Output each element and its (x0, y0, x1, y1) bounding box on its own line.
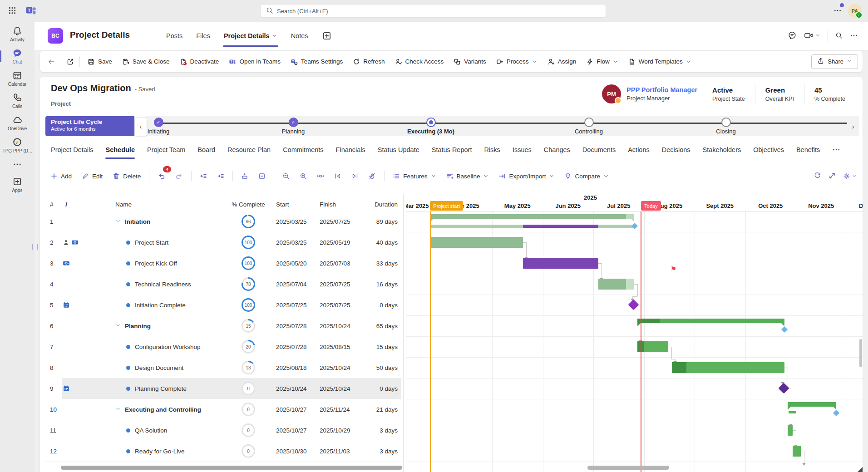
gantt-settings-button[interactable] (843, 172, 857, 180)
task-row-8[interactable]: 8Design Document132025/08/182025/10/2450… (44, 357, 401, 379)
previous-timespan-button[interactable] (330, 169, 345, 183)
stage-controlling[interactable]: Controlling (539, 118, 639, 135)
command-flow[interactable]: Flow (581, 54, 623, 69)
channel-search-icon[interactable] (835, 32, 843, 40)
manager-name-link[interactable]: PPP Portfolio Manager (626, 86, 697, 93)
rail-item-calls[interactable]: Calls (0, 88, 35, 111)
edit-task-button[interactable]: Edit (78, 169, 107, 183)
summary-bar-6[interactable] (637, 319, 784, 326)
command-refresh[interactable]: Refresh (348, 54, 390, 69)
expand-chevron[interactable] (115, 406, 121, 413)
meet-button[interactable] (804, 31, 820, 41)
grid-horizontal-scrollbar[interactable] (61, 466, 402, 470)
pane-splitter-grip[interactable]: ❘❘ (30, 243, 40, 250)
channel-more-icon[interactable] (850, 31, 858, 41)
command-save[interactable]: Save (83, 54, 117, 69)
command-process[interactable]: Process (491, 54, 542, 69)
chat-bubble-icon[interactable] (788, 31, 797, 41)
tab-commitments[interactable]: Commitments (283, 140, 323, 160)
channel-tab-notes[interactable]: Notes (291, 22, 308, 50)
command-deactivate[interactable]: Deactivate (175, 54, 224, 69)
task-row-12[interactable]: 12Ready for Go-Live02025/10/302025/11/03… (44, 441, 401, 462)
task-bar-8[interactable] (672, 362, 784, 373)
redo-button[interactable] (171, 169, 187, 183)
refresh-schedule-button[interactable] (814, 172, 821, 181)
next-timespan-button[interactable] (347, 169, 363, 183)
tab-stakeholders[interactable]: Stakeholders (703, 140, 741, 160)
tab-objectives[interactable]: Objectives (753, 140, 784, 160)
rail-item-calendar[interactable]: Calendar (0, 66, 35, 88)
task-row-1[interactable]: 1Initiation962025/03/252025/07/2589 days (44, 211, 401, 232)
task-bar-4[interactable] (598, 279, 634, 290)
tab-risks[interactable]: Risks (484, 140, 500, 160)
command-save-close[interactable]: Save & Close (117, 54, 175, 69)
tab-issues[interactable]: Issues (513, 140, 532, 160)
teams-logo-icon[interactable]: T (25, 5, 37, 18)
task-row-4[interactable]: 4Technical Readiness782025/07/042025/07/… (44, 274, 401, 295)
task-row-10[interactable]: 10Executing and Controlling02025/10/2720… (44, 399, 401, 420)
zoom-out-button[interactable] (278, 169, 294, 183)
command-assign[interactable]: Assign (542, 54, 582, 69)
tab-decisions[interactable]: Decisions (662, 140, 690, 160)
undo-button[interactable]: 4 (153, 169, 169, 183)
task-row-3[interactable]: 3Project Kick Off1002025/05/202025/07/03… (44, 253, 401, 274)
add-tab-button[interactable] (322, 22, 332, 50)
tab-schedule[interactable]: Schedule (105, 140, 134, 160)
command-variants[interactable]: Variants (449, 54, 491, 69)
task-row-7[interactable]: 7Configuration Workshop202025/07/282025/… (44, 336, 401, 358)
command-check-access[interactable]: Check Access (390, 54, 449, 69)
tab-overflow-button[interactable] (832, 140, 840, 160)
stage-initiating[interactable]: ✓Initiating (108, 118, 208, 135)
rail-item-more[interactable] (0, 155, 35, 172)
outdent-button[interactable] (196, 169, 211, 183)
summary-bar-1[interactable] (430, 214, 634, 222)
rail-item-tpg-ppp-d-[interactable]: rTPG PPP (D... (0, 133, 35, 155)
search-input[interactable]: Search (Ctrl+Alt+E) (260, 4, 606, 18)
milestone-diamond-9[interactable] (778, 383, 789, 393)
rail-item-activity[interactable]: Activity (0, 22, 35, 44)
command-open-in-teams[interactable]: TOpen in Teams (224, 54, 286, 69)
tab-project-team[interactable]: Project Team (147, 140, 185, 160)
command-teams-settings[interactable]: TTeams Settings (286, 54, 348, 69)
task-row-2[interactable]: 2Project Start1002025/03/252025/05/1940 … (44, 232, 401, 253)
menu-baseline[interactable]: Baseline (442, 169, 493, 183)
tab-documents[interactable]: Documents (582, 140, 616, 160)
share-button[interactable]: Share (811, 54, 858, 69)
task-row-6[interactable]: 6Planning152025/07/282025/10/2465 days (44, 315, 401, 337)
manager-avatar[interactable]: PM (602, 84, 621, 103)
tab-board[interactable]: Board (197, 140, 215, 160)
tab-financials[interactable]: Financials (336, 140, 365, 160)
tab-actions[interactable]: Actions (628, 140, 650, 160)
summary-bar-10[interactable] (788, 402, 836, 410)
task-bar-11[interactable] (788, 425, 793, 436)
task-row-11[interactable]: 11QA Solution02025/10/272025/10/293 days (44, 420, 401, 441)
tab-status-update[interactable]: Status Update (378, 140, 419, 160)
task-row-5[interactable]: 5Initiation Complete1002025/07/252025/07… (44, 295, 401, 316)
milestone-diamond-5[interactable] (628, 299, 639, 310)
waffle-menu-icon[interactable] (8, 6, 16, 16)
tab-status-report[interactable]: Status Report (432, 140, 472, 160)
delete-task-button[interactable]: Delete (108, 169, 145, 183)
rail-item-onedrive[interactable]: OneDrive (0, 111, 35, 133)
grid-gantt-divider[interactable] (403, 194, 404, 472)
user-avatar[interactable]: PA ✓ (848, 4, 862, 18)
channel-tab-files[interactable]: Files (196, 22, 210, 50)
gantt-vertical-scrollbar[interactable] (859, 339, 862, 367)
expand-chevron[interactable] (115, 323, 121, 329)
task-bar-7[interactable] (637, 341, 668, 352)
topbar-more-button[interactable] (833, 6, 842, 16)
channel-tab-project-details[interactable]: Project Details (224, 22, 277, 50)
process-next-button[interactable]: › (849, 121, 857, 132)
tab-benefits[interactable]: Benefits (796, 140, 820, 160)
zoom-in-button[interactable] (296, 169, 311, 183)
task-bar-3[interactable] (523, 258, 598, 269)
disable-pan-button[interactable] (365, 169, 380, 183)
task-bar-12[interactable] (793, 446, 801, 457)
channel-tab-posts[interactable]: Posts (166, 22, 182, 50)
gantt-horizontal-scrollbar[interactable] (587, 466, 669, 470)
insert-row-button[interactable] (237, 169, 252, 183)
add-task-button[interactable]: Add (46, 169, 76, 183)
stage-executing-mo-[interactable]: Executing (3 Mo) (381, 118, 481, 135)
fullscreen-button[interactable] (829, 172, 836, 181)
indent-button[interactable] (213, 169, 228, 183)
